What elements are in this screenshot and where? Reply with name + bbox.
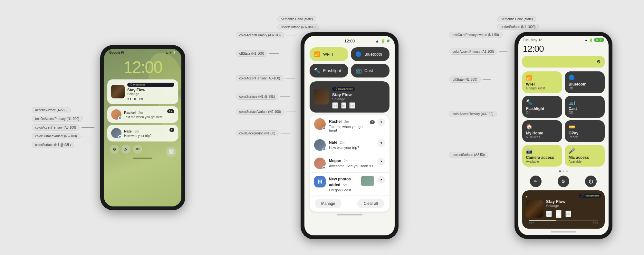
rachel-exp-notif[interactable]: Rachel 2m Text me when you get here! 2 ▾	[310, 115, 389, 136]
status-icons: ▲ ● 🔋	[165, 51, 176, 54]
music-player-title: Stay Flow	[546, 199, 601, 204]
right-mic-tile[interactable]: 🎤 Mic access Available	[565, 145, 605, 167]
clear-all-button[interactable]: Clear all	[357, 199, 384, 208]
qs-music-card[interactable]: 🎵 Headphones Stay Flow Solange ⏮ ▶ ⏭	[310, 81, 389, 113]
qs-next-btn[interactable]: ⏭	[349, 102, 355, 109]
right-camera-icon: 📷	[526, 148, 533, 154]
qs-play-btn[interactable]: ▶	[341, 102, 346, 109]
megan-expand-btn[interactable]: ▾	[377, 158, 385, 165]
action-icon-settings[interactable]: ⚙	[110, 145, 119, 154]
bt-tile-label: Bluetooth	[364, 52, 382, 57]
manage-button[interactable]: Manage	[315, 199, 341, 208]
message-content: Rachel 2m Text me when you get here!	[124, 109, 165, 119]
accent-bar: ⚙	[522, 56, 605, 68]
label-color-accent-tertiary: colorAccentTertiary (A3-100)	[32, 124, 80, 131]
music-prev-btn[interactable]: ⏮	[546, 211, 552, 217]
right-label-row-off: offState (N1-500)	[449, 77, 513, 83]
megan-exp-time: 2m	[344, 159, 349, 163]
qs-dot-2	[562, 170, 564, 172]
nate-expand-btn[interactable]: ▾	[377, 139, 385, 147]
right-home-tile[interactable]: 🏠 My Home 6 Devices	[522, 120, 562, 142]
right-wifi-sub: GoogleGuest	[526, 87, 558, 90]
mid-phone-screen: 12:00 ▲ 🔋 📶 Wi-Fi 🔵 Bluetooth	[304, 36, 395, 235]
right-flash-tile[interactable]: 🔦 Flashlight Off	[522, 96, 562, 118]
progress-track[interactable]	[529, 220, 598, 221]
nate-message-row: Nate 2m How was your trip? ▾	[111, 128, 174, 138]
music-notification[interactable]: 🎵 Pixel Buds Stay Flow Solange ⏮ ▶ ⏭	[107, 79, 178, 104]
qs-cast-tile[interactable]: 📺 Cast	[351, 64, 389, 77]
action-icon-more[interactable]: •••	[133, 145, 142, 154]
right-gpay-tile[interactable]: 💳 GPay Ready	[565, 120, 605, 142]
rachel-expand-btn[interactable]: ▾	[377, 118, 385, 126]
qs-bluetooth-tile[interactable]: 🔵 Bluetooth	[351, 47, 389, 61]
qs-flashlight-tile[interactable]: 🔦 Flashlight	[310, 64, 348, 77]
mid-phone-frame: 12:00 ▲ 🔋 📶 Wi-Fi 🔵 Bluetooth	[301, 32, 399, 239]
right-wifi-tile[interactable]: 📶 Wi-Fi GoogleGuest	[522, 71, 562, 93]
qs-bottom-actions: ✏ ⚙ ⏻	[518, 174, 609, 189]
next-button[interactable]: ⏭	[139, 96, 143, 101]
photos-avatar-md: 🖼	[314, 176, 326, 187]
nate-exp-notif[interactable]: Nate 2m How was your trip? ▾	[310, 136, 389, 154]
mid-top-labels: Semantic Color (state) underSurface (N1-…	[277, 16, 357, 30]
music-artist: Solange	[127, 92, 174, 96]
right-cast-tile[interactable]: 📺 Cast Off	[565, 96, 605, 118]
left-labels-panel: accentSurface (A2-50) textOnAccentPrimar…	[32, 107, 98, 148]
mid-clock: 12:00	[344, 39, 355, 43]
play-button[interactable]: ▶	[134, 96, 137, 101]
right-bt-tile[interactable]: 🔵 Bluetooth Off	[565, 71, 605, 93]
label-accent-tertiary: colorAccentTertiary (A3-100)	[236, 75, 284, 81]
photos-exp-text: Oregon Coast	[329, 188, 358, 192]
nate-expand[interactable]: ▾	[169, 128, 174, 132]
right-camera-tile[interactable]: 📷 Camera access Available	[522, 145, 562, 167]
qs-prev-btn[interactable]: ⏮	[332, 102, 338, 109]
right-mic-sub: Available	[569, 160, 601, 163]
prev-button[interactable]: ⏮	[127, 96, 131, 101]
home-nav-button[interactable]: ⬜	[166, 147, 176, 157]
left-phone-screen: Google Fi ▲ ● 🔋 12:00 🎵 Pixel Bu	[104, 49, 181, 206]
qs-wifi-tile[interactable]: 📶 Wi-Fi	[310, 47, 348, 61]
photos-exp-name: New photos added	[329, 177, 351, 187]
power-button[interactable]: ⏻	[585, 176, 597, 187]
qs-music-title: Stay Flow	[332, 92, 386, 97]
notification-panel: 🎵 Pixel Buds Stay Flow Solange ⏮ ▶ ⏭	[107, 79, 178, 155]
music-play-btn[interactable]: ▶	[556, 210, 562, 218]
rachel-dot	[322, 127, 326, 130]
label-background-mid: colorBackground (N1-50)	[236, 130, 279, 136]
nate-notification[interactable]: Nate 2m How was your trip? ▾	[107, 125, 178, 141]
right-phone-with-labels: textColorPrimaryInverse (N1-50) colorAcc…	[449, 32, 612, 239]
mid-label-accent-primary: colorAccentPrimary (A1-100)	[236, 32, 296, 38]
edit-button[interactable]: ✏	[530, 176, 542, 187]
buds-badge: 🎵 Pixel Buds	[127, 83, 174, 87]
mid-label-gap5: colorBackground (N1-50)	[236, 130, 296, 136]
settings-icon[interactable]: ⚙	[597, 59, 601, 64]
right-flash-label: Flashlight	[526, 106, 558, 111]
right-gpay-sub: Ready	[569, 135, 601, 139]
settings-button[interactable]: ⚙	[558, 176, 569, 187]
label-accent-surface: accentSurface (A2-50)	[32, 107, 71, 113]
cast-tile-icon: 📺	[355, 68, 362, 74]
music-next-btn[interactable]: ⏭	[565, 211, 571, 217]
qs-music-artist: Solange	[332, 97, 386, 101]
photos-expand-btn[interactable]: ▾	[377, 176, 385, 184]
rachel-notification[interactable]: Rachel 2m Text me when you get here! 2 ▾	[107, 106, 178, 123]
mid-status-bar: 12:00 ▲ 🔋	[304, 36, 395, 45]
right-bt-sub: Off	[569, 87, 601, 90]
action-icon-share[interactable]: 🔊	[121, 145, 130, 154]
label-accent-primary: colorAccentPrimary (A1-100)	[236, 32, 284, 38]
music-player-card[interactable]: ● 🎵 Headphones Stay Flow Solange ⏮ ▶ ⏭	[522, 190, 605, 229]
right-label-row-1: Semantic Color (state)	[497, 16, 564, 22]
wifi-tile-icon: 📶	[314, 51, 321, 57]
megan-exp-content: Megan 2m Awesome! See you soon :O	[329, 158, 374, 168]
qs-headphones-badge: 🎵 Headphones	[332, 87, 355, 91]
right-label-gap3: colorAccentTertiary (A3-100)	[449, 111, 513, 117]
label-row: textOnAccentPrimary (N1-900)	[32, 116, 98, 122]
mid-label-gap: offState (N1-500)	[236, 50, 296, 57]
signal-icon: ●	[169, 51, 171, 54]
message-badge: 2 ▾	[167, 109, 174, 113]
right-gpay-label: GPay	[569, 131, 601, 135]
megan-dot	[322, 166, 326, 169]
megan-exp-notif[interactable]: Megan 2m Awesome! See you soon :O ▾	[310, 154, 389, 173]
photos-exp-notif[interactable]: 🖼 New photos added 5m Oregon Coast ▾	[310, 173, 389, 196]
right-section: Semantic Color (state) underSurface (N1-…	[449, 16, 612, 239]
music-player-album-art	[525, 200, 543, 218]
